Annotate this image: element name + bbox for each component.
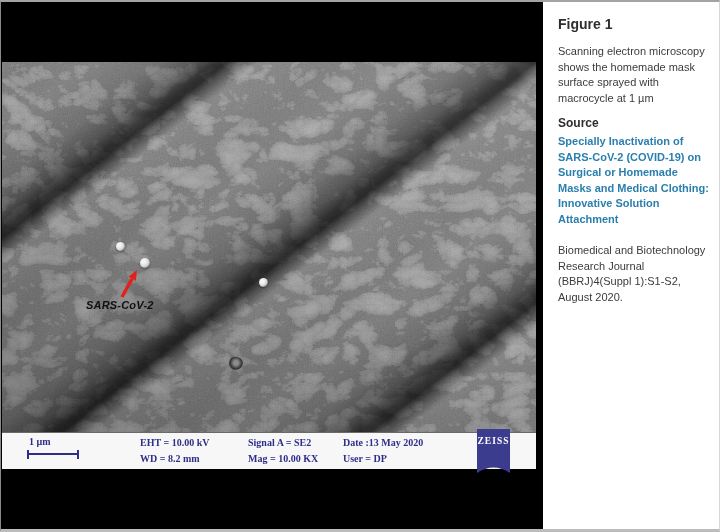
sem-info-bar: 1 µm EHT = 10.00 kV WD = 8.2 mm Signal A… [2, 432, 536, 469]
figure-info-panel: Figure 1 Scanning electron microscopy sh… [543, 2, 720, 529]
sem-params-beam: EHT = 10.00 kV WD = 8.2 mm [140, 435, 209, 467]
journal-citation: Biomedical and Biotechnology Research Jo… [558, 243, 710, 305]
user-value: User = DP [343, 451, 423, 467]
sem-params-session: Date :13 May 2020 User = DP [343, 435, 423, 467]
scale-bar [27, 450, 79, 459]
wd-value: WD = 8.2 mm [140, 451, 209, 467]
zeiss-logo: ZEISS [477, 429, 510, 473]
mag-value: Mag = 10.00 KX [248, 451, 318, 467]
sem-params-signal: Signal A = SE2 Mag = 10.00 KX [248, 435, 318, 467]
eht-value: EHT = 10.00 kV [140, 435, 209, 451]
mask-fiber-texture [2, 62, 536, 468]
date-value: Date :13 May 2020 [343, 435, 423, 451]
figure-caption: Scanning electron microscopy shows the h… [558, 44, 710, 106]
figure-title: Figure 1 [558, 16, 710, 32]
virus-particle [116, 242, 125, 251]
zeiss-logo-text: ZEISS [478, 436, 510, 446]
sem-micrograph-image: SARS-CoV-2 1 µm EHT = 10.00 kV WD = 8.2 … [2, 62, 536, 468]
virus-particle [259, 278, 268, 287]
source-link[interactable]: Specially Inactivation of SARS-CoV-2 (CO… [558, 134, 710, 227]
annotation-arrow-icon [116, 264, 142, 300]
figure-viewer-window: SARS-CoV-2 1 µm EHT = 10.00 kV WD = 8.2 … [0, 0, 720, 532]
scale-bar-label: 1 µm [29, 436, 51, 447]
micrograph-pane: SARS-CoV-2 1 µm EHT = 10.00 kV WD = 8.2 … [1, 2, 543, 529]
signal-value: Signal A = SE2 [248, 435, 318, 451]
source-heading: Source [558, 116, 710, 130]
virus-annotation-label: SARS-CoV-2 [86, 299, 154, 311]
